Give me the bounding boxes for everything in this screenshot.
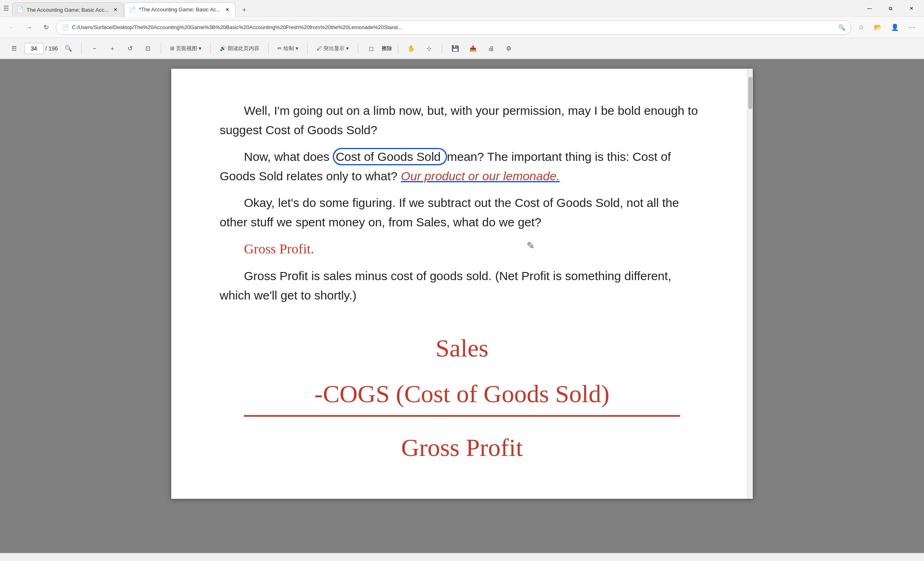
print-btn[interactable]: 🖨: [483, 41, 498, 56]
gross-profit-handwritten: Gross Profit.: [244, 241, 314, 256]
tab1-close-btn[interactable]: ✕: [112, 6, 119, 13]
view-icon: ⊞: [170, 45, 174, 51]
tab2-pdf-icon: 📄: [129, 6, 136, 13]
formula-section: Sales -COGS (Cost of Goods Sold) Gross P…: [220, 329, 704, 466]
profile-btn[interactable]: 👤: [888, 20, 902, 35]
forward-btn[interactable]: →: [22, 20, 36, 35]
favorites-btn[interactable]: ☆: [854, 20, 868, 35]
highlight-label: 突出显示: [323, 45, 344, 52]
hand-btn[interactable]: ✋: [404, 41, 418, 56]
title-bar: ☰ 📄 The Accounting Game; Basic Acc... ✕ …: [0, 0, 924, 17]
zoom-in-btn[interactable]: +: [105, 41, 120, 56]
divider7: [398, 43, 398, 54]
view-label: 页面视图: [176, 45, 197, 52]
gross-profit-section: Gross Profit. ✎: [244, 238, 704, 259]
highlight-btn[interactable]: 🖊 突出显示 ▾: [313, 43, 352, 54]
view-chevron-icon: ▾: [199, 45, 202, 51]
more-btn[interactable]: ⋯: [905, 20, 919, 35]
paragraph2-red-text: Our product or our lemonade.: [401, 169, 560, 183]
draw-label: 绘制: [284, 45, 294, 52]
total-pages: 196: [48, 45, 58, 52]
pdf-page: Well, I'm going out on a limb now, but, …: [171, 69, 753, 499]
draw-chevron-icon: ▾: [296, 45, 298, 51]
select-text-btn[interactable]: ⊹: [422, 41, 436, 56]
fit-btn[interactable]: ⊡: [141, 41, 155, 56]
divider8: [442, 43, 442, 54]
address-security-icon: 📄: [62, 24, 69, 31]
tab1-pdf-icon: 📄: [17, 6, 23, 13]
edit-pencil-icon[interactable]: ✎: [527, 238, 535, 253]
erase-label: 擦除: [382, 45, 392, 52]
tab-2[interactable]: 📄 *The Accounting Game; Basic Ac... ✕: [124, 2, 235, 17]
divider2: [161, 43, 161, 54]
scrollbar-thumb[interactable]: [748, 77, 752, 109]
maximize-btn[interactable]: ⧉: [881, 2, 900, 15]
divider4: [268, 43, 269, 54]
rotate-btn[interactable]: ↺: [123, 41, 137, 56]
minimize-btn[interactable]: —: [860, 2, 879, 15]
window-controls: — ⧉ ✕: [860, 2, 921, 15]
page-separator: /: [45, 45, 47, 52]
highlight-chevron-icon: ▾: [346, 45, 349, 51]
save-as-btn[interactable]: 📤: [466, 41, 480, 56]
page-number-input[interactable]: [24, 43, 44, 54]
paragraph-2: Now, what does Cost of Goods Sold mean? …: [220, 147, 704, 186]
paragraph2-before: Now, what does: [244, 150, 330, 163]
tab-1[interactable]: 📄 The Accounting Game; Basic Acc... ✕: [12, 2, 124, 17]
view-mode-btn[interactable]: ⊞ 页面视图 ▾: [167, 43, 205, 54]
read-icon: 🔊: [220, 45, 226, 51]
divider6: [358, 43, 358, 54]
pdf-scrollbar[interactable]: [747, 69, 753, 499]
pdf-toolbar: ☰ / 196 🔍 − + ↺ ⊡ ⊞ 页面视图 ▾ 🔊 朗读此页内容 ✏ 绘制…: [0, 38, 924, 59]
address-bar[interactable]: 📄 C:/Users/Surface/Desktop/The%20Account…: [56, 20, 851, 35]
read-btn[interactable]: 🔊 朗读此页内容: [216, 43, 262, 54]
save-btn[interactable]: 💾: [448, 41, 462, 56]
paragraph-4: Gross Profit is sales minus cost of good…: [220, 266, 704, 305]
pdf-search-btn[interactable]: 🔍: [61, 41, 76, 56]
highlight-icon: 🖊: [317, 45, 322, 51]
paragraph-3: Okay, let's do some figuring. If we subt…: [220, 193, 704, 232]
refresh-btn[interactable]: ↻: [39, 20, 53, 35]
read-label: 朗读此页内容: [228, 45, 259, 52]
zoom-out-btn[interactable]: −: [87, 41, 102, 56]
pdf-menu-btn[interactable]: ☰: [6, 41, 21, 56]
divider3: [210, 43, 211, 54]
cost-of-goods-highlight: Cost of Goods Sold: [333, 148, 447, 165]
formula-cogs: -COGS (Cost of Goods Sold): [244, 375, 680, 417]
draw-btn[interactable]: ✏ 绘制 ▾: [274, 43, 302, 54]
paragraph-1: Well, I'm going out on a limb now, but, …: [220, 101, 704, 140]
divider1: [81, 43, 82, 54]
taskbar: [0, 553, 924, 561]
eraser-btn[interactable]: ◻: [364, 41, 378, 56]
tab2-title: *The Accounting Game; Basic Ac...: [139, 6, 220, 13]
navigation-toolbar: ← → ↻ 📄 C:/Users/Surface/Desktop/The%20A…: [0, 17, 924, 38]
back-btn[interactable]: ←: [5, 20, 19, 35]
pdf-content-area: Well, I'm going out on a limb now, but, …: [0, 59, 924, 553]
address-url: C:/Users/Surface/Desktop/The%20Accountin…: [72, 24, 835, 30]
tab2-close-btn[interactable]: ✕: [224, 6, 231, 13]
formula-gross-profit: Gross Profit: [220, 429, 704, 466]
new-tab-btn[interactable]: +: [238, 4, 251, 17]
address-search-icon: 🔍: [838, 24, 845, 31]
pdf-settings-btn[interactable]: ⚙: [501, 41, 516, 56]
close-btn[interactable]: ✕: [902, 2, 921, 15]
formula-sales: Sales: [220, 329, 704, 367]
draw-icon: ✏: [277, 45, 282, 51]
collections-btn[interactable]: 📂: [871, 20, 885, 35]
divider5: [307, 43, 308, 54]
page-navigation: / 196: [24, 43, 58, 54]
tab1-title: The Accounting Game; Basic Acc...: [27, 7, 109, 13]
sidebar-toggle-icon[interactable]: ☰: [3, 4, 9, 12]
